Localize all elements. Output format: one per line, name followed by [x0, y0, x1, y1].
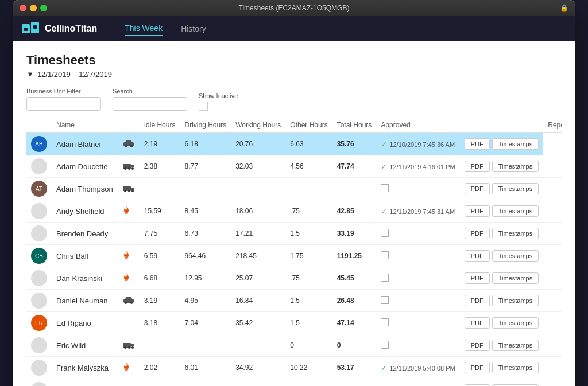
svg-point-25 — [125, 368, 128, 371]
search-input[interactable] — [113, 97, 187, 111]
idle-hours: 2.38 — [140, 155, 180, 178]
table-row[interactable]: Frank Malyszka 2.02 6.01 34.92 10.22 53.… — [26, 357, 562, 379]
timestamps-button[interactable]: Timestamps — [492, 161, 539, 172]
table-row[interactable]: Dan Krasinski 6.68 12.95 25.07 .75 45.45… — [26, 267, 562, 290]
timestamps-button[interactable]: Timestamps — [492, 362, 539, 373]
approved-checkbox[interactable] — [381, 318, 389, 326]
table-row[interactable]: Greg Moreno 1.66 5.41 16.48 17.55 41.1 ✓… — [26, 379, 562, 387]
timestamps-button[interactable]: Timestamps — [492, 138, 539, 150]
table-row[interactable]: AT Adam Thompson PDF Timestamps — [26, 178, 562, 200]
approved-checkbox[interactable] — [381, 274, 389, 282]
total-hours-cell: 47.14 — [332, 312, 377, 334]
avatar-placeholder — [31, 270, 47, 286]
svg-point-17 — [125, 279, 128, 281]
close-button[interactable] — [20, 5, 26, 11]
total-hours-cell: 53.17 — [332, 357, 377, 379]
pdf-button[interactable]: PDF — [465, 272, 490, 284]
reports-cell: PDF Timestamps — [460, 379, 544, 387]
table-row[interactable]: Daniel Neuman 3.19 4.95 16.84 1.5 26.48 … — [26, 290, 562, 312]
working-hours: 32.03 — [231, 155, 285, 178]
business-unit-filter-group: Business Unit Filter — [26, 88, 101, 111]
reports-cell: PDF Timestamps — [460, 178, 544, 200]
avatar: AT — [31, 181, 47, 197]
total-hours: 1191.25 — [337, 252, 362, 260]
timestamps-button[interactable]: Timestamps — [492, 272, 539, 284]
col-other: Other Hours — [285, 118, 332, 133]
business-unit-filter-input[interactable] — [26, 97, 101, 111]
avatar-cell: ER — [26, 312, 52, 334]
pdf-button[interactable]: PDF — [465, 228, 490, 239]
idle-hours: 3.18 — [140, 312, 180, 334]
main-window: Timesheets (EC2AMAZ-1O5QMGB) 🔒 CellinoTi… — [13, 0, 575, 386]
approved-checkbox[interactable] — [381, 184, 389, 192]
pdf-button[interactable]: PDF — [465, 362, 490, 373]
idle-hours: 6.68 — [140, 267, 180, 290]
working-hours: 16.84 — [231, 290, 285, 312]
vehicle-cell — [118, 155, 140, 178]
avatar-cell: AT — [26, 178, 52, 200]
approved-check: ✓ — [381, 162, 387, 171]
total-hours: 35.76 — [337, 140, 354, 148]
table-row[interactable]: Eric Wild 0 0 PDF Timestamps — [26, 334, 562, 357]
vehicle-cell — [118, 267, 140, 290]
idle-hours — [140, 334, 180, 357]
avatar-cell: AB — [26, 133, 52, 155]
maximize-button[interactable] — [40, 5, 47, 11]
name-cell: Chris Ball — [52, 245, 118, 267]
table-row[interactable]: CB Chris Ball 6.59 964.46 218.45 1.75 11… — [26, 245, 562, 267]
approved-checkbox[interactable] — [381, 251, 389, 259]
reports-cell: PDF Timestamps — [460, 155, 544, 178]
timestamps-button[interactable]: Timestamps — [492, 340, 539, 351]
reports-cell: PDF Timestamps — [460, 290, 544, 312]
svg-point-15 — [125, 212, 128, 214]
pdf-button[interactable]: PDF — [465, 250, 490, 262]
approved-checkbox[interactable] — [381, 341, 389, 349]
tab-this-week[interactable]: This Week — [125, 21, 163, 36]
timestamps-button[interactable]: Timestamps — [492, 317, 539, 329]
timestamps-button[interactable]: Timestamps — [492, 295, 539, 306]
timestamps-button[interactable]: Timestamps — [492, 205, 539, 217]
svg-point-14 — [131, 190, 134, 192]
table-row[interactable]: AB Adam Blatner 2.19 6.18 20.76 6.63 35.… — [26, 133, 562, 155]
pdf-button[interactable]: PDF — [465, 340, 490, 351]
tab-history[interactable]: History — [181, 22, 206, 36]
name-cell: Ed Rigano — [52, 312, 118, 334]
pdf-button[interactable]: PDF — [465, 205, 490, 217]
other-hours: 17.55 — [285, 379, 332, 387]
other-hours: 1.5 — [285, 290, 332, 312]
vehicle-cell — [118, 178, 140, 200]
pdf-button[interactable]: PDF — [465, 183, 490, 194]
total-hours: 33.19 — [337, 229, 354, 237]
show-inactive-label: Show Inactive — [199, 92, 238, 99]
svg-point-19 — [125, 302, 127, 304]
timestamps-button[interactable]: Timestamps — [492, 183, 539, 194]
table-row[interactable]: ER Ed Rigano 3.18 7.04 35.42 1.5 47.14 P… — [26, 312, 562, 334]
pdf-button[interactable]: PDF — [465, 317, 490, 329]
timestamps-button[interactable]: Timestamps — [492, 250, 539, 262]
svg-point-12 — [124, 190, 126, 192]
minimize-button[interactable] — [30, 5, 37, 11]
vehicle-cell — [118, 357, 140, 379]
idle-hours: 1.66 — [140, 379, 180, 387]
approved-checkbox[interactable] — [381, 229, 389, 237]
table-row[interactable]: Andy Sheffield 15.59 8.45 18.06 .75 42.8… — [26, 200, 562, 223]
pdf-button[interactable]: PDF — [465, 138, 490, 150]
working-hours: 35.42 — [231, 312, 285, 334]
idle-hours: 15.59 — [140, 200, 180, 223]
other-hours: .75 — [285, 200, 332, 223]
pdf-button[interactable]: PDF — [465, 161, 490, 172]
show-inactive-checkbox[interactable] — [199, 102, 208, 111]
approved-cell: ✓12/11/2019 4:16:01 PM — [376, 155, 459, 178]
timestamps-button[interactable]: Timestamps — [492, 228, 539, 239]
name-cell: Eric Wild — [52, 334, 118, 357]
logo-text: CellinoTitan — [45, 24, 97, 34]
col-vehicle — [118, 118, 140, 133]
approved-cell — [376, 267, 459, 290]
table-row[interactable]: Brenden Deady 7.75 6.73 17.21 1.5 33.19 … — [26, 223, 562, 245]
reports-cell: PDF Timestamps — [460, 312, 544, 334]
pdf-button[interactable]: PDF — [465, 295, 490, 306]
svg-rect-3 — [33, 25, 37, 29]
table-row[interactable]: Adam Doucette 2.38 8.77 32.03 4.56 47.74… — [26, 155, 562, 178]
approved-checkbox[interactable] — [381, 296, 389, 304]
reports-cell: PDF Timestamps — [460, 267, 544, 290]
